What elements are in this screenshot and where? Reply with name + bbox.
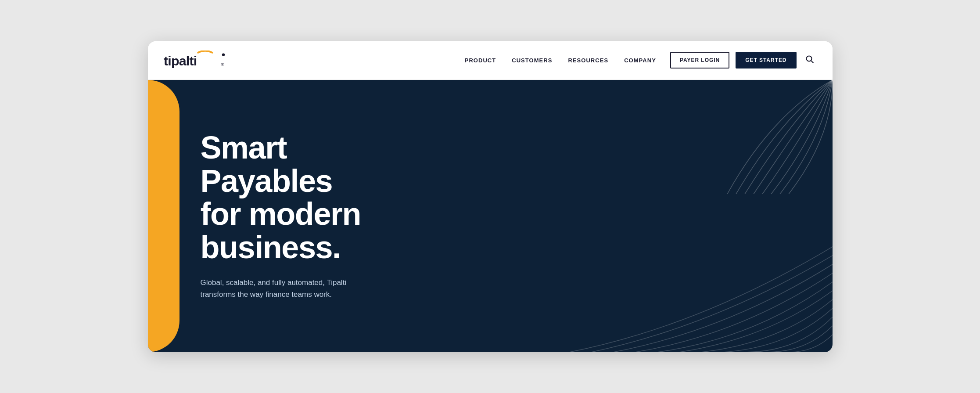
hero-subtext: Global, scalable, and fully automated, T… bbox=[201, 277, 350, 300]
nav-link-product[interactable]: PRODUCT bbox=[465, 57, 496, 64]
hero-lines-bottom bbox=[525, 203, 833, 352]
nav-actions: PAYER LOGIN GET STARTED bbox=[670, 52, 817, 69]
svg-text:®: ® bbox=[221, 62, 224, 67]
logo-area: tipalti ® bbox=[164, 50, 227, 70]
tipalti-logo[interactable]: tipalti ® bbox=[164, 50, 227, 70]
hero-lines-top bbox=[648, 80, 833, 194]
hero-section: Smart Payables for modern business. Glob… bbox=[148, 80, 833, 352]
hero-headline: Smart Payables for modern business. bbox=[201, 131, 376, 264]
svg-text:tipalti: tipalti bbox=[164, 53, 197, 68]
hero-content: Smart Payables for modern business. Glob… bbox=[148, 80, 402, 352]
browser-frame: tipalti ® PRODUCT CUSTOMERS RESOURCES CO… bbox=[148, 41, 833, 352]
search-icon bbox=[805, 55, 814, 66]
nav-link-customers[interactable]: CUSTOMERS bbox=[512, 57, 552, 64]
get-started-button[interactable]: GET STARTED bbox=[736, 52, 796, 69]
nav-link-company[interactable]: COMPANY bbox=[624, 57, 656, 64]
navbar: tipalti ® PRODUCT CUSTOMERS RESOURCES CO… bbox=[148, 41, 833, 80]
svg-point-1 bbox=[222, 53, 224, 56]
payer-login-button[interactable]: PAYER LOGIN bbox=[670, 52, 729, 69]
svg-line-4 bbox=[811, 61, 813, 63]
nav-links: PRODUCT CUSTOMERS RESOURCES COMPANY bbox=[465, 57, 656, 64]
nav-link-resources[interactable]: RESOURCES bbox=[568, 57, 608, 64]
search-button[interactable] bbox=[803, 52, 817, 69]
